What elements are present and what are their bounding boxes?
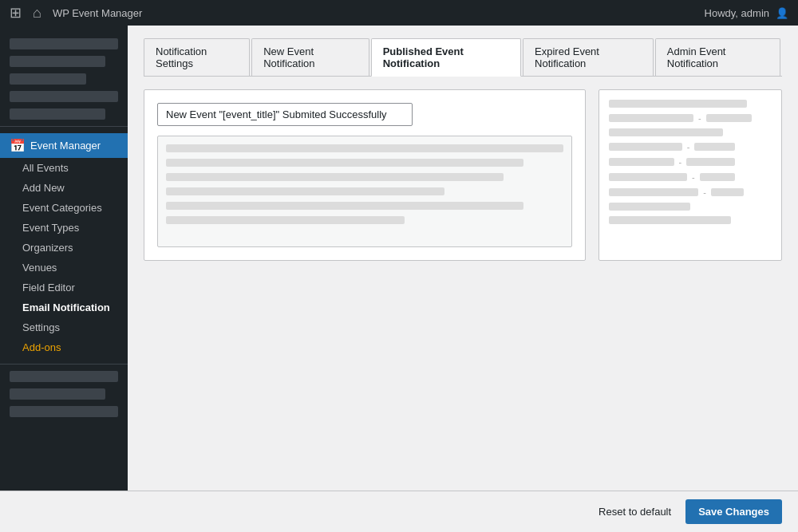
content-area: Notification Settings New Event Notifica… [128,26,798,491]
rp-line-1 [609,100,747,108]
body-line-2 [166,159,523,167]
sidebar-item-organizers[interactable]: Organizers [0,238,128,258]
rp-seg-4b [700,173,736,181]
footer-bar: Reset to default Save Changes [0,491,798,532]
sidebar-item-field-editor[interactable]: Field Editor [0,278,128,298]
body-line-6 [166,216,405,224]
sidebar-item-email-notification[interactable]: Email Notification [0,298,128,317]
sidebar-divider [0,126,128,127]
event-manager-label: Event Manager [30,140,101,152]
rp-dash-5: - [703,187,706,197]
sidebar-divider-bottom [0,364,128,365]
tab-notification-settings[interactable]: Notification Settings [144,38,250,76]
main-layout: 📅 Event Manager All Events Add New Event… [0,26,798,491]
sidebar-placeholder-b3 [10,406,118,417]
rp-seg-2b [694,143,735,151]
rp-dash-1: - [698,113,701,123]
rp-dash-3: - [679,157,682,167]
tab-admin-event[interactable]: Admin Event Notification [655,38,780,76]
reset-button[interactable]: Reset to default [592,502,678,521]
sidebar-item-venues[interactable]: Venues [0,258,128,278]
rp-seg-5a [609,188,698,196]
sidebar-placeholder [10,73,86,85]
rp-row-1: - [609,113,772,123]
rp-seg-3a [609,158,674,166]
body-editor[interactable] [157,136,572,247]
rp-line-3 [609,203,690,211]
rp-seg-5b [711,188,744,196]
rp-seg-1b [706,114,752,122]
rp-seg-1a [609,114,693,122]
rp-line-4 [609,216,731,224]
calendar-icon: 📅 [10,138,26,153]
rp-seg-2a [609,143,682,151]
body-line-1 [166,144,563,152]
user-greeting: Howdy, admin [705,7,769,19]
sidebar: 📅 Event Manager All Events Add New Event… [0,26,128,491]
tab-expired-event[interactable]: Expired Event Notification [523,38,654,76]
admin-bar-right: Howdy, admin 👤 [705,7,788,19]
sidebar-placeholder [10,38,118,49]
tab-published-event[interactable]: Published Event Notification [371,38,521,77]
tabs-bar: Notification Settings New Event Notifica… [144,38,782,77]
sidebar-item-settings[interactable]: Settings [0,317,128,337]
body-line-4 [166,187,444,195]
body-line-3 [166,173,504,181]
rp-line-2 [609,128,723,136]
user-icon: 👤 [776,7,788,19]
sidebar-placeholder-b2 [10,388,105,400]
rp-row-5: - [609,187,772,197]
sidebar-item-event-manager[interactable]: 📅 Event Manager [0,133,128,158]
rp-row-2: - [609,142,772,152]
sidebar-placeholder [10,91,118,102]
sidebar-placeholder-b1 [10,371,118,382]
sidebar-item-add-new[interactable]: Add New [0,178,128,198]
wordpress-icon: ⊞ [10,4,22,22]
site-title: WP Event Manager [53,7,142,19]
sidebar-top-placeholders [0,38,128,120]
admin-bar-left: ⊞ ⌂ WP Event Manager [10,4,142,22]
rp-seg-4a [609,173,687,181]
home-icon[interactable]: ⌂ [33,5,41,22]
sidebar-item-event-categories[interactable]: Event Categories [0,198,128,218]
rp-seg-3b [686,158,735,166]
left-panel: New Event "[event_title]" Submited Succe… [144,89,586,261]
rp-row-4: - [609,172,772,182]
tab-new-event[interactable]: New Event Notification [251,38,369,76]
save-button[interactable]: Save Changes [685,499,782,524]
sidebar-item-all-events[interactable]: All Events [0,158,128,178]
body-line-5 [166,202,523,210]
rp-row-3: - [609,157,772,167]
sidebar-placeholder [10,108,105,120]
rp-dash-4: - [692,172,695,182]
sidebar-placeholder [10,56,105,67]
content-box: New Event "[event_title]" Submited Succe… [144,89,782,261]
rp-dash-2: - [687,142,690,152]
sidebar-item-addons[interactable]: Add-ons [0,337,128,357]
right-panel: - - - - [598,89,782,261]
subject-input[interactable]: New Event "[event_title]" Submited Succe… [157,103,413,126]
sidebar-item-event-types[interactable]: Event Types [0,218,128,238]
admin-bar: ⊞ ⌂ WP Event Manager Howdy, admin 👤 [0,0,798,26]
